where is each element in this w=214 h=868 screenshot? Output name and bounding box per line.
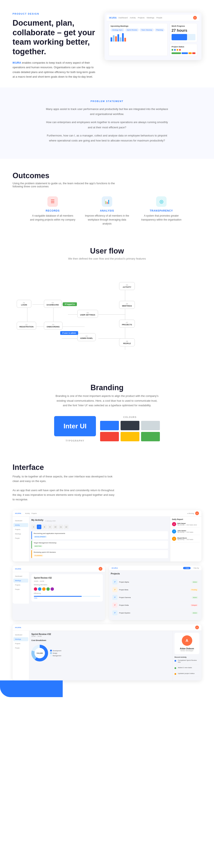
nav-activity[interactable]: Activity	[14, 523, 28, 527]
mockup-header: IKURA Activity Projects ● Morning A	[12, 510, 202, 517]
bar-chart	[111, 33, 166, 41]
app-preview: IKURA Dashboard Activity Projects Meetin…	[105, 12, 202, 60]
branding-row: Inter UI TYPOGRAPHY COLOURS	[12, 416, 202, 442]
app-logo: IKURA	[109, 17, 117, 19]
branding-description: Branding is one of the most important as…	[55, 394, 159, 407]
problem-p2: How can enterprises and employees work t…	[44, 120, 170, 130]
interface-desc: Finally, to tie together all of these as…	[12, 474, 117, 502]
report-title: Daily Report	[172, 518, 200, 520]
records-icon: ☰	[48, 196, 58, 207]
colours-label: COLOURS	[100, 416, 160, 418]
outcomes-section: Outcomes Using the problem statement to …	[0, 159, 214, 234]
sprint-detail-screenshot: IKURA A Dashboard Meetings Projects Peop…	[12, 624, 202, 680]
outcomes-title: Outcomes	[12, 171, 202, 180]
new-project-button[interactable]: + New	[183, 567, 191, 569]
swatch-red	[100, 432, 119, 441]
efficiency-value: 72%	[34, 597, 100, 599]
mockup-body: Dashboard Activity Projects Meetings Peo…	[12, 517, 202, 561]
cost-breakdown-title: Cost Breakdown	[31, 639, 170, 642]
app-nav: Dashboard Activity Projects Meetings Peo…	[118, 17, 162, 19]
branding-section: Branding Branding is one of the most imp…	[0, 371, 214, 450]
if-admin-badge: if user is admin	[60, 331, 78, 335]
report-name: Beth Harper	[178, 523, 197, 524]
nav-projects[interactable]: Projects	[14, 527, 28, 531]
report-item-1: B Beth Harper My Activity — 8/10 tasks d…	[172, 522, 200, 528]
day-6[interactable]: 6	[31, 525, 36, 529]
userflow-subtitle: We then defined the user flow and the pr…	[8, 257, 206, 260]
user-avatar[interactable]: A	[193, 16, 197, 20]
interface-section: Interface Finally, to tie together all o…	[0, 451, 214, 689]
userflow-section: User flow We then defined the user flow …	[0, 234, 214, 371]
project-row: P Project Epsilon Active	[112, 609, 198, 617]
analysis-icon: 📊	[102, 196, 112, 207]
day-10[interactable]: 10	[53, 525, 58, 529]
swatch-yellow	[121, 432, 139, 441]
donut-chart: €10,299	[31, 645, 48, 661]
nav-people[interactable]: People	[14, 536, 28, 540]
profile-card: A Aidan Dobson Senior Developer	[175, 633, 199, 654]
problem-p1: Many apps assist to track user performan…	[44, 106, 170, 117]
project-status-panel: Project Status	[170, 44, 197, 56]
filter-label: Filter By	[193, 567, 199, 569]
connector-line	[27, 307, 27, 323]
profile-name: Aidan Dobson	[177, 647, 197, 650]
activity-date: 6 January 2020	[46, 520, 56, 522]
swatch-dark	[121, 421, 139, 430]
efficiency-label: Efficiency	[34, 592, 100, 594]
sprint-title: Sprint Review #32	[34, 577, 100, 579]
hero-text: PRODUCT DESIGN Document, plan, collabora…	[12, 12, 96, 79]
report-text: My Activity — 9/10 tasks	[178, 539, 193, 540]
outcome-records: ☰ RECORDS A navigable database of all me…	[30, 196, 76, 226]
hero-description: IKURA enables companies to keep track of…	[12, 61, 96, 79]
task-item: Recovering post application improvements…	[31, 531, 168, 539]
nav-meetings[interactable]: Meetings	[14, 532, 28, 536]
activity-item: Updated project status	[175, 673, 199, 677]
mockup-user-avatar[interactable]: A	[195, 512, 199, 515]
sprint-detail-time: 13:00 – 14:00	[31, 636, 170, 637]
members-label: Meeting Members	[34, 584, 100, 586]
problem-text: Many apps assist to track user performan…	[44, 106, 170, 143]
problem-section: PROBLEM STATEMENT Many apps assist to tr…	[0, 87, 214, 159]
if-logged-in-badge: if logged in	[63, 302, 77, 306]
flow-node-login: 01 LOGIN	[17, 300, 31, 308]
nav-dashboard[interactable]: Dashboard	[14, 519, 28, 523]
report-name: Bryant Moore	[178, 537, 193, 539]
blue-footer-accent	[0, 680, 63, 697]
report-text: My Activity — 6/10 tasks	[178, 531, 193, 533]
records-name: RECORDS	[30, 209, 76, 212]
records-desc: A navigable database of all members and …	[30, 214, 76, 222]
progress-title: Work Progress	[171, 25, 195, 27]
flow-node-dashboard: 04 DASHBOARD	[44, 300, 62, 308]
problem-label: PROBLEM STATEMENT	[25, 100, 189, 102]
sprint-card: Sprint Review #32 13:00 – 14:00 Meeting …	[31, 574, 103, 601]
meeting-user-avatar[interactable]: A	[99, 567, 102, 571]
day-12[interactable]: 12	[64, 525, 69, 529]
branding-title: Branding	[12, 383, 202, 392]
day-11[interactable]: 11	[58, 525, 63, 529]
typography-label: TYPOGRAPHY	[65, 440, 84, 442]
outcomes-grid: ☰ RECORDS A navigable database of all me…	[12, 196, 202, 226]
flow-node-settings: 09 USER SETTINGS	[77, 310, 98, 318]
app-content: Upcoming Meetings Strategy Sync Sprint R…	[107, 21, 199, 58]
transparency-name: TRANSPARENCY	[138, 209, 184, 212]
profile-role: Senior Developer	[177, 650, 197, 652]
flow-node-projects: 07 PROJECTS	[119, 320, 135, 328]
flow-node-activity: 05 ACTIVITY	[119, 282, 135, 290]
day-9[interactable]: 9	[48, 525, 52, 529]
day-8[interactable]: 8	[42, 525, 47, 529]
report-avatar: B	[172, 537, 176, 541]
status-title: Project Status	[171, 46, 195, 48]
sprint-time: 13:00 – 14:00	[34, 580, 100, 582]
sprint-user-avatar[interactable]: A	[195, 625, 199, 629]
hero-section: PRODUCT DESIGN Document, plan, collabora…	[0, 0, 214, 87]
projects-screenshot: IKURA + New Filter By Projects P Project…	[109, 566, 202, 620]
flow-node-people: 08 PEOPLE	[119, 338, 135, 346]
flow-diagram: 01 LOGIN 04 DASHBOARD 02 REGISTRATION 03…	[8, 271, 206, 358]
day-7[interactable]: 7	[37, 525, 42, 529]
swatch-lightgray	[141, 421, 160, 430]
swatch-green	[141, 432, 160, 441]
connector-line	[98, 314, 125, 315]
report-name: John Santos	[178, 530, 193, 531]
report-avatar: J	[172, 529, 176, 533]
userflow-title: User flow	[8, 247, 206, 255]
